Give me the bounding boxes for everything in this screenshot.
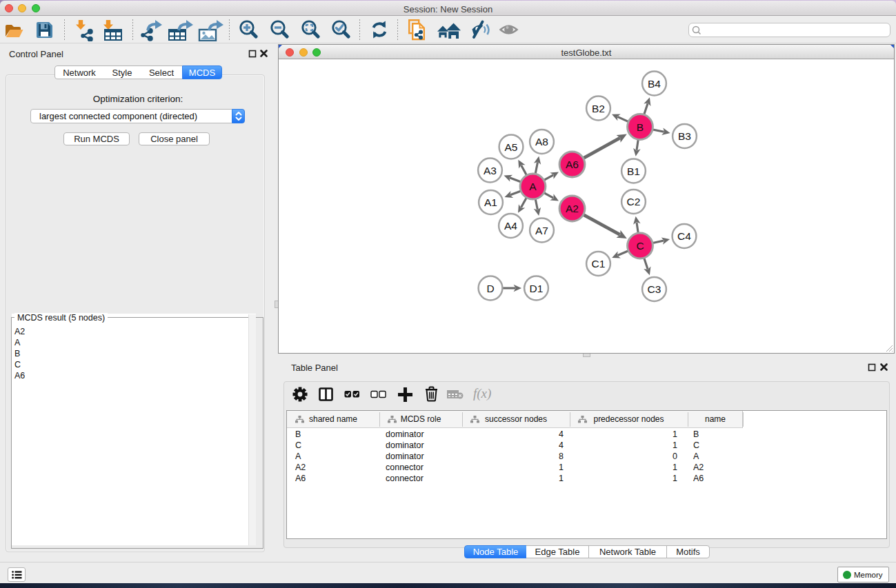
svg-text:C4: C4 bbox=[677, 230, 691, 242]
svg-text:B: B bbox=[637, 121, 644, 133]
svg-text:D1: D1 bbox=[530, 283, 544, 294]
svg-text:D: D bbox=[486, 283, 494, 294]
svg-text:C1: C1 bbox=[592, 258, 606, 270]
svg-text:B2: B2 bbox=[592, 103, 605, 114]
svg-text:A8: A8 bbox=[535, 136, 548, 148]
svg-text:A7: A7 bbox=[535, 225, 548, 236]
svg-text:B3: B3 bbox=[678, 130, 691, 142]
svg-text:A3: A3 bbox=[484, 165, 497, 176]
svg-text:A2: A2 bbox=[566, 203, 579, 214]
svg-text:A4: A4 bbox=[504, 220, 517, 232]
svg-text:A6: A6 bbox=[566, 159, 579, 170]
svg-text:B4: B4 bbox=[648, 78, 661, 90]
svg-text:B1: B1 bbox=[627, 165, 640, 177]
svg-text:C3: C3 bbox=[648, 283, 661, 295]
svg-text:C: C bbox=[636, 240, 644, 252]
svg-text:C2: C2 bbox=[627, 196, 641, 207]
svg-text:A1: A1 bbox=[484, 196, 497, 208]
svg-text:A5: A5 bbox=[505, 141, 518, 153]
svg-text:A: A bbox=[529, 181, 537, 192]
